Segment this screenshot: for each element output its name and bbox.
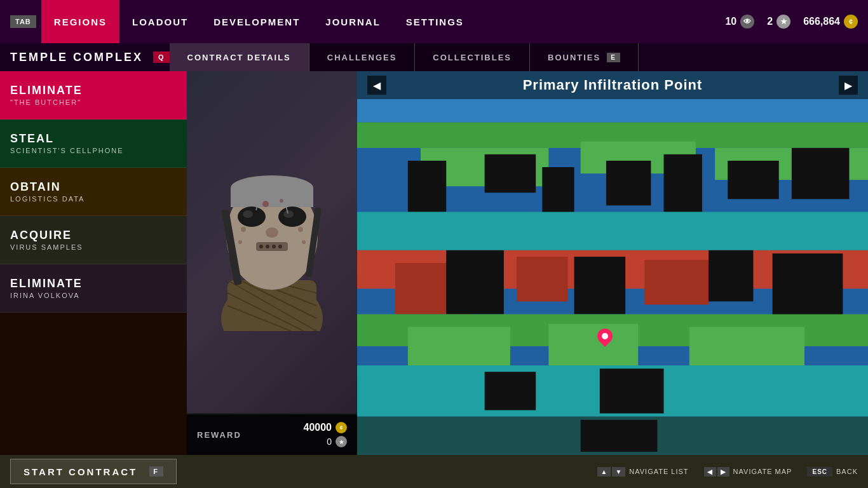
bottom-bar: START CONTRACT F ▲ ▼ NAVIGATE LIST ◀ ▶ N…	[0, 455, 868, 488]
svg-point-20	[272, 245, 276, 248]
obj-title-1: STEAL	[10, 132, 177, 146]
objectives-sidebar: ELIMINATE "THE BUTCHER" STEAL SCIENTIST'…	[0, 71, 187, 455]
objective-item-4[interactable]: ELIMINATE IRINA VOLKOVA	[0, 264, 187, 313]
navigate-list-control: ▲ ▼ NAVIGATE LIST	[597, 467, 688, 477]
navigate-list-label: NAVIGATE LIST	[629, 468, 688, 475]
reward-values: 40000 ¢ 0 ★	[304, 422, 348, 447]
svg-rect-38	[408, 161, 446, 212]
svg-rect-62	[581, 420, 658, 452]
character-panel: REWARD 40000 ¢ 0 ★	[187, 71, 357, 455]
svg-rect-40	[542, 167, 574, 219]
svg-point-28	[262, 201, 269, 207]
objective-item-3[interactable]: ACQUIRE VIRUS SAMPLES	[0, 216, 187, 264]
svg-rect-59	[485, 372, 536, 410]
navigate-map-control: ◀ ▶ NAVIGATE MAP	[704, 467, 792, 477]
objective-item-2[interactable]: OBTAIN LOGISTICS DATA	[0, 168, 187, 216]
svg-point-23	[298, 227, 303, 232]
navigate-map-label: NAVIGATE MAP	[733, 468, 792, 475]
coin-count: 666,864	[803, 16, 840, 27]
map-location-pin[interactable]	[597, 329, 613, 348]
tab-contract-details[interactable]: CONTRACT DETAILS	[170, 43, 309, 71]
objective-item-1[interactable]: STEAL SCIENTIST'S CELLPHONE	[0, 119, 187, 168]
coin-reward-icon: ¢	[336, 422, 347, 433]
pin-head	[594, 325, 616, 347]
map-svg	[357, 71, 868, 455]
svg-point-22	[241, 227, 246, 232]
svg-rect-42	[664, 154, 702, 212]
svg-rect-43	[728, 161, 779, 199]
list-arrows: ▲ ▼	[597, 467, 625, 477]
map-prev-arrow[interactable]: ◀	[367, 76, 386, 95]
vision-count: 10	[725, 16, 736, 27]
back-control[interactable]: ESC BACK	[807, 467, 858, 477]
svg-rect-11	[231, 188, 313, 207]
svg-point-19	[266, 245, 269, 248]
svg-rect-49	[644, 260, 709, 304]
character-image	[187, 71, 357, 413]
map-panel: ◀ Primary Infiltration Point ▶	[357, 71, 868, 455]
map-title-bar: ◀ Primary Infiltration Point ▶	[357, 71, 868, 99]
obj-title-2: OBTAIN	[10, 180, 177, 194]
eye-icon: 👁	[740, 15, 754, 29]
map-next-arrow[interactable]: ▶	[839, 76, 858, 95]
star-reward-icon: ★	[336, 436, 347, 447]
obj-title-0: ELIMINATE	[10, 84, 177, 97]
back-label: BACK	[836, 468, 858, 475]
svg-rect-52	[709, 250, 753, 302]
region-bar: TEMPLE COMPLEX Q CONTRACT DETAILS CHALLE…	[0, 43, 868, 71]
nav-loadout[interactable]: LOADOUT	[119, 0, 201, 43]
svg-point-24	[238, 240, 242, 244]
svg-point-16	[266, 227, 278, 238]
svg-rect-48	[517, 257, 568, 301]
svg-point-18	[259, 245, 263, 248]
nav-development[interactable]: DEVELOPMENT	[201, 0, 313, 43]
svg-point-12	[238, 207, 266, 227]
stat-vision: 10 👁	[725, 15, 754, 29]
left-arrow: ◀	[704, 467, 716, 477]
tab-collectibles[interactable]: COLLECTIBLES	[415, 43, 530, 71]
svg-point-25	[302, 240, 306, 244]
svg-rect-50	[446, 250, 504, 315]
reward-stars: 0 ★	[327, 436, 347, 447]
tab-bounties[interactable]: BOUNTIES E	[530, 43, 639, 71]
start-contract-button[interactable]: START CONTRACT F	[10, 459, 177, 484]
stat-coins: 666,864 ¢	[803, 15, 858, 29]
right-arrow: ▶	[717, 467, 729, 477]
nav-controls: ▲ ▼ NAVIGATE LIST ◀ ▶ NAVIGATE MAP ESC B…	[597, 467, 858, 477]
region-q-badge[interactable]: Q	[153, 51, 170, 63]
svg-point-13	[278, 207, 306, 227]
svg-rect-45	[357, 212, 868, 250]
svg-rect-44	[792, 148, 850, 200]
coin-icon: ¢	[844, 15, 858, 29]
svg-rect-60	[600, 369, 664, 413]
coin-amount: 40000	[304, 422, 332, 433]
svg-rect-56	[548, 324, 638, 369]
tab-badge[interactable]: TAB	[10, 15, 36, 28]
down-arrow: ▼	[612, 467, 625, 477]
tab-challenges[interactable]: CHALLENGES	[309, 43, 416, 71]
nav-settings[interactable]: SETTINGS	[393, 0, 477, 43]
obj-subtitle-3: VIRUS SAMPLES	[10, 243, 177, 251]
map-arrows: ◀ ▶	[704, 467, 729, 477]
start-contract-label: START CONTRACT	[24, 466, 137, 477]
reward-label: REWARD	[197, 430, 241, 440]
region-tabs: CONTRACT DETAILS CHALLENGES COLLECTIBLES…	[170, 43, 639, 71]
nav-regions[interactable]: REGIONS	[41, 0, 119, 43]
reward-bar: REWARD 40000 ¢ 0 ★	[187, 413, 357, 455]
character-svg	[208, 153, 336, 331]
bounties-e-badge: E	[607, 53, 620, 62]
svg-rect-51	[574, 257, 626, 315]
star-count: 2	[767, 16, 773, 27]
esc-badge: ESC	[807, 467, 832, 477]
region-title: TEMPLE COMPLEX	[10, 51, 143, 64]
f-key-badge: F	[149, 466, 163, 477]
nav-journal[interactable]: JOURNAL	[313, 0, 393, 43]
star-icon: ★	[776, 15, 790, 29]
objective-item-0[interactable]: ELIMINATE "THE BUTCHER"	[0, 71, 187, 119]
obj-subtitle-0: "THE BUTCHER"	[10, 98, 177, 106]
obj-title-3: ACQUIRE	[10, 229, 177, 242]
svg-point-14	[243, 210, 253, 218]
svg-point-21	[278, 245, 282, 248]
top-nav: TAB REGIONS LOADOUT DEVELOPMENT JOURNAL …	[0, 0, 868, 43]
obj-subtitle-4: IRINA VOLKOVA	[10, 292, 177, 299]
